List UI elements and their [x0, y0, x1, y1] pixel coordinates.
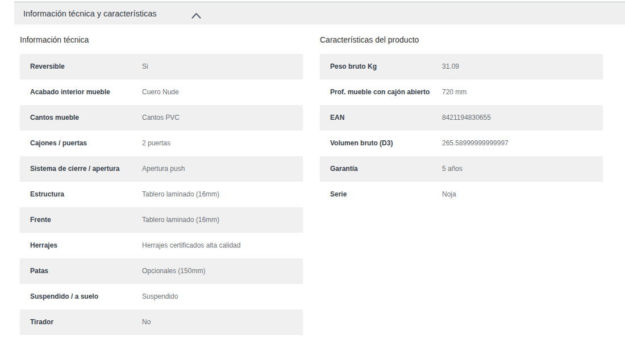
spec-value: Apertura push [142, 164, 303, 174]
table-row: Peso bruto Kg 31.09 [320, 54, 603, 80]
product-features-section: Características del producto Peso bruto … [320, 35, 603, 335]
accordion-title: Información técnica y características [23, 9, 191, 18]
table-row: Volumen bruto (D3) 265.58999999999997 [320, 131, 603, 156]
spec-label: Prof. mueble con cajón abierto [320, 87, 442, 97]
spec-label: Acabado interior mueble [20, 87, 142, 97]
table-row: Reversible Si [20, 54, 303, 80]
spec-value: 265.58999999999997 [442, 138, 603, 148]
spec-value: Tablero laminado (16mm) [142, 215, 303, 225]
table-row: Herrajes Herrajes certificados alta cali… [20, 233, 303, 258]
table-row: Sistema de cierre / apertura Apertura pu… [20, 156, 303, 182]
spec-table: Peso bruto Kg 31.09 Prof. mueble con caj… [320, 54, 603, 207]
spec-value: 8421194830655 [442, 112, 603, 123]
spec-value: Tablero laminado (16mm) [142, 189, 303, 199]
spec-label: Peso bruto Kg [320, 61, 442, 72]
spec-value: Herrajes certificados alta calidad [142, 240, 303, 250]
spec-value: Opcionales (150mm) [142, 266, 303, 276]
table-row: Garantía 5 años [320, 156, 603, 182]
spec-label: Tirador [20, 317, 142, 327]
spec-value: 5 años [442, 164, 603, 174]
table-row: Cajones / puertas 2 puertas [20, 131, 303, 156]
table-row: Patas Opcionales (150mm) [20, 258, 303, 284]
spec-value: No [142, 317, 303, 327]
table-row: Frente Tablero laminado (16mm) [20, 207, 303, 233]
spec-value: Cantos PVC [142, 112, 303, 123]
spec-label: Reversible [20, 61, 142, 72]
table-row: Serie Noja [320, 182, 603, 207]
spec-label: Serie [320, 189, 442, 199]
section-title: Información técnica [20, 35, 303, 45]
table-row: Estructura Tablero laminado (16mm) [20, 182, 303, 207]
chevron-up-icon[interactable] [191, 11, 201, 17]
spec-value: Suspendido [142, 291, 303, 302]
spec-value: 31.09 [442, 61, 603, 72]
spec-label: Suspendido / a suelo [20, 291, 142, 302]
spec-label: Frente [20, 215, 142, 225]
spec-label: Estructura [20, 189, 142, 199]
spec-label: Sistema de cierre / apertura [20, 164, 142, 174]
spec-label: Volumen bruto (D3) [320, 138, 442, 148]
spec-table: Reversible Si Acabado interior mueble Cu… [20, 54, 303, 335]
spec-label: Herrajes [20, 240, 142, 250]
spec-label: Garantía [320, 164, 442, 174]
section-title: Características del producto [320, 35, 603, 45]
table-row: Cantos mueble Cantos PVC [20, 105, 303, 131]
table-row: Suspendido / a suelo Suspendido [20, 284, 303, 309]
accordion-header-informacion-tecnica[interactable]: Información técnica y características [14, 1, 625, 24]
spec-label: EAN [320, 112, 442, 123]
technical-info-section: Información técnica Reversible Si Acabad… [20, 35, 303, 335]
accordion-content: Información técnica Reversible Si Acabad… [20, 35, 625, 335]
spec-label: Cantos mueble [20, 112, 142, 123]
spec-value: 720 mm [442, 87, 603, 97]
spec-value: Noja [442, 189, 603, 199]
table-row: Tirador No [20, 309, 303, 335]
spec-label: Cajones / puertas [20, 138, 142, 148]
table-row: Acabado interior mueble Cuero Nude [20, 80, 303, 105]
spec-label: Patas [20, 266, 142, 276]
spec-value: 2 puertas [142, 138, 303, 148]
table-row: EAN 8421194830655 [320, 105, 603, 131]
spec-value: Cuero Nude [142, 87, 303, 97]
table-row: Prof. mueble con cajón abierto 720 mm [320, 80, 603, 105]
spec-value: Si [142, 61, 303, 72]
